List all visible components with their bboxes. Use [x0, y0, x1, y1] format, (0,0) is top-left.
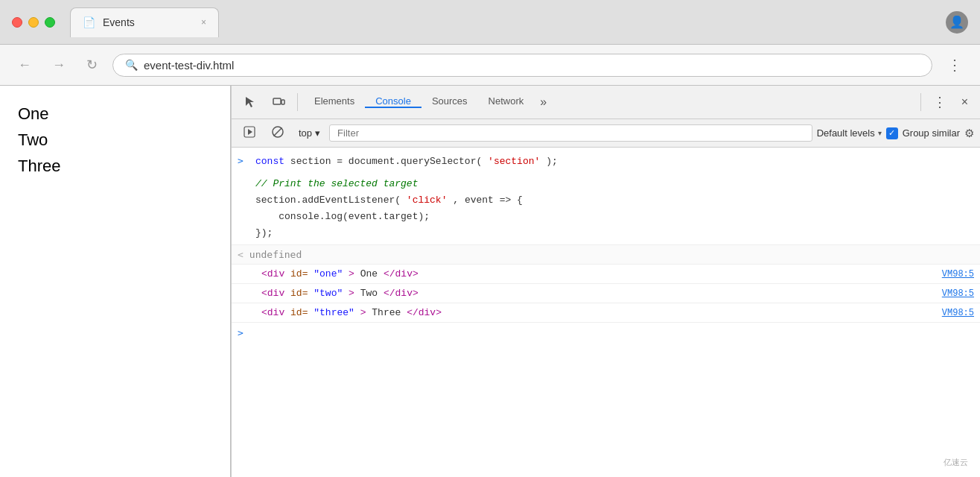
page-item-two: Two	[18, 127, 212, 153]
tab-area: 📄 Events ×	[70, 7, 937, 37]
device-toggle-button[interactable]	[266, 92, 291, 112]
log-line-2: <div id= "two" > Two </div> VM98:5	[232, 284, 980, 303]
block-icon	[272, 126, 284, 138]
svg-rect-0	[273, 98, 281, 104]
log-levels-label: Default levels	[817, 127, 875, 139]
maximize-button[interactable]	[45, 17, 55, 28]
titlebar: 📄 Events × 👤	[0, 0, 980, 45]
result-arrow-icon: <	[238, 249, 244, 260]
code-line-4: console.log(event.target);	[255, 209, 558, 225]
tab-sources[interactable]: Sources	[421, 95, 478, 108]
console-prompt-line[interactable]: >	[232, 323, 980, 343]
device-icon	[272, 95, 285, 109]
main-area: One Two Three Elements Console Sourc	[0, 86, 980, 477]
group-similar-checkbox[interactable]: ✓	[886, 127, 898, 139]
clear-console-button[interactable]	[266, 123, 290, 144]
log-levels-arrow-icon: ▾	[878, 129, 882, 137]
tab-icon: 📄	[83, 16, 95, 28]
address-bar-area: ← → ↻ 🔍 event-test-div.html ⋮	[0, 45, 980, 86]
minimize-button[interactable]	[28, 17, 39, 28]
console-input-arrow: >	[238, 155, 249, 166]
tab-console[interactable]: Console	[365, 95, 421, 108]
tab-network[interactable]: Network	[478, 95, 535, 108]
console-code-block: const section = document.querySelector( …	[255, 154, 558, 241]
execute-button[interactable]	[238, 123, 261, 144]
log-text-1: <div id= "one" > One </div>	[261, 268, 942, 279]
devtools-more-button[interactable]: ⋮	[927, 94, 952, 110]
console-toolbar: top ▾ Default levels ▾ ✓ Group similar ⚙	[232, 119, 980, 148]
devtools-panel: Elements Console Sources Network » ⋮ ×	[231, 86, 980, 477]
forward-button[interactable]: →	[46, 54, 71, 76]
search-icon: 🔍	[125, 59, 138, 71]
devtools-toolbar: Elements Console Sources Network » ⋮ ×	[232, 86, 980, 119]
user-icon: 👤	[949, 15, 964, 29]
checkbox-check-icon: ✓	[888, 128, 895, 138]
page-item-one: One	[18, 101, 212, 127]
tab-close-button[interactable]: ×	[201, 17, 206, 28]
close-button[interactable]	[12, 17, 22, 28]
code-keyword: const	[255, 156, 284, 167]
reload-button[interactable]: ↻	[80, 54, 104, 76]
console-settings-button[interactable]: ⚙	[964, 127, 974, 140]
toolbar-separator-2	[920, 93, 921, 111]
tab-title: Events	[103, 16, 194, 28]
prompt-arrow-icon: >	[238, 327, 244, 338]
log-levels-dropdown[interactable]: Default levels ▾	[817, 127, 882, 139]
code-line-5: });	[255, 225, 558, 241]
tab-elements[interactable]: Elements	[304, 95, 365, 108]
log-link-3[interactable]: VM98:5	[942, 308, 974, 318]
code-line-3: section.addEventListener( 'click' , even…	[255, 192, 558, 209]
inspect-element-button[interactable]	[238, 92, 263, 112]
context-selector[interactable]: top ▾	[294, 126, 325, 140]
log-link-1[interactable]: VM98:5	[942, 269, 974, 279]
undefined-text: undefined	[249, 249, 302, 260]
context-value: top	[299, 127, 312, 139]
devtools-close-button[interactable]: ×	[955, 95, 974, 109]
page-content: One Two Three	[0, 86, 231, 477]
page-item-three: Three	[18, 153, 212, 179]
traffic-lights	[12, 17, 55, 28]
console-filter-input[interactable]	[329, 124, 812, 142]
console-result-line: < undefined	[232, 245, 980, 265]
active-tab[interactable]: 📄 Events ×	[70, 7, 219, 37]
play-icon	[244, 126, 255, 138]
log-text-2: <div id= "two" > Two </div>	[261, 288, 942, 299]
svg-marker-3	[248, 129, 252, 135]
svg-line-5	[274, 127, 282, 136]
cursor-icon	[244, 95, 257, 109]
log-link-2[interactable]: VM98:5	[942, 288, 974, 299]
console-content: > const section = document.querySelector…	[232, 148, 980, 477]
svg-rect-1	[281, 100, 284, 104]
user-avatar[interactable]: 👤	[946, 11, 968, 34]
toolbar-separator	[297, 93, 298, 111]
browser-menu-button[interactable]: ⋮	[941, 53, 968, 77]
group-similar-label: Group similar	[903, 127, 960, 139]
log-text-3: <div id= "three" > Three </div>	[261, 307, 942, 318]
log-line-3: <div id= "three" > Three </div> VM98:5	[232, 303, 980, 323]
dropdown-arrow-icon: ▾	[315, 127, 320, 139]
address-bar[interactable]: 🔍 event-test-div.html	[112, 54, 932, 77]
back-button[interactable]: ←	[12, 54, 37, 76]
watermark: 亿速云	[944, 457, 968, 468]
url-text: event-test-div.html	[144, 59, 234, 72]
code-line-1: const section = document.querySelector( …	[255, 154, 558, 170]
code-blank-line	[255, 170, 558, 176]
code-line-comment: // Print the selected target	[255, 176, 558, 192]
console-input-block: > const section = document.querySelector…	[232, 148, 980, 245]
devtools-tabs: Elements Console Sources Network »	[304, 95, 914, 109]
more-tabs-button[interactable]: »	[534, 95, 553, 109]
log-line-1: <div id= "one" > One </div> VM98:5	[232, 265, 980, 284]
